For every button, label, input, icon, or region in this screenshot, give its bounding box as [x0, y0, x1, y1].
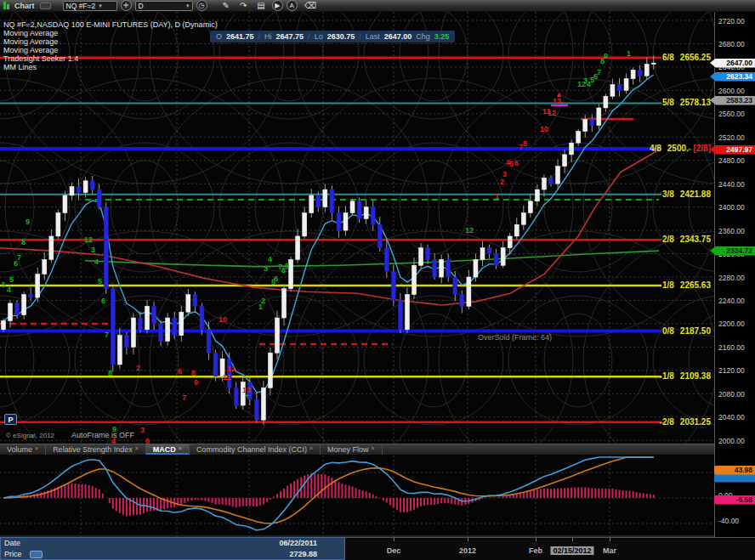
tooltip-date-label: Date [4, 538, 20, 549]
clock-icon[interactable]: ◷ [196, 0, 207, 11]
interval-input[interactable]: D ▾ [135, 1, 193, 11]
svg-text:10: 10 [219, 315, 227, 324]
mm-label-1/8: 1/82265.63 [609, 280, 711, 290]
legend-item: Moving Average [3, 46, 218, 54]
close-icon[interactable]: × [35, 445, 38, 451]
date-tick [536, 538, 536, 541]
tab-label: Commodity Channel Index (CCI) [196, 445, 307, 454]
interval-value: D [139, 2, 183, 10]
quote-bar: O 2641.75/ Hi 2647.75/ Lo 2630.75/ Last … [210, 31, 455, 42]
svg-text:12: 12 [84, 235, 93, 244]
study-legend: NQ #F=2,NASDAQ 100 E-MINI FUTURES (DAY),… [3, 20, 218, 71]
svg-text:1: 1 [495, 192, 499, 201]
tooltip-price-label: Price [4, 549, 22, 560]
price-axis[interactable]: 2720.002680.002640.002600.002560.002520.… [714, 12, 755, 560]
price-tick: 2080.00 [718, 390, 745, 399]
date-label: Feb [529, 546, 542, 555]
cursor-data-box: Date 06/22/2011 Price 2729.88 [0, 537, 345, 560]
window-title: Chart [14, 2, 35, 10]
close-icon[interactable]: × [179, 445, 182, 451]
tab-macd[interactable]: MACD× [146, 444, 190, 455]
autoframe-text: AutoFrame is OFF [71, 431, 134, 439]
symbol-value: NQ #F=2 [66, 2, 96, 10]
svg-text:3: 3 [140, 426, 145, 434]
price-tick: 2680.00 [718, 40, 745, 48]
chevron-down-icon[interactable]: ▾ [186, 3, 190, 9]
tab-label: Relative Strength Index [53, 445, 133, 454]
play-icon[interactable]: ▶ [272, 0, 283, 11]
tooltip-price-value: 2729.88 [289, 549, 317, 560]
p-marker-badge: P [4, 414, 17, 425]
price-tick: 2720.00 [718, 17, 745, 25]
svg-text:9: 9 [194, 378, 198, 387]
price-tick: 2120.00 [718, 366, 745, 375]
tab-label: Money Flow [327, 445, 369, 454]
svg-text:5: 5 [509, 160, 514, 168]
svg-text:3: 3 [1, 280, 5, 289]
tab-commodity-channel-index-cci-[interactable]: Commodity Channel Index (CCI)× [190, 444, 321, 455]
price-tick: 2200.00 [718, 320, 745, 328]
svg-text:2: 2 [136, 364, 140, 372]
svg-text:2: 2 [261, 297, 265, 305]
open-label: O [216, 32, 222, 41]
studies-icon[interactable]: ▤ [253, 0, 268, 11]
pencil-icon[interactable]: ✎ [219, 0, 233, 11]
last-value: 2647.00 [384, 32, 412, 41]
svg-text:6: 6 [145, 437, 150, 444]
oversold-text: OverSold (Frame: 64) [478, 333, 552, 342]
svg-text:3: 3 [91, 246, 95, 254]
svg-text:9: 9 [26, 218, 30, 226]
svg-text:2: 2 [500, 178, 504, 186]
close-icon[interactable]: × [135, 445, 139, 451]
macd-canvas[interactable] [0, 455, 714, 537]
close-icon[interactable]: × [309, 445, 313, 451]
tab-volume[interactable]: Volume× [0, 444, 46, 455]
close-icon[interactable]: × [372, 445, 375, 451]
price-chart-canvas[interactable]: 9876543123456789+12345678912123456789123… [0, 12, 714, 444]
chart-icon [3, 2, 9, 9]
eraser-icon[interactable]: ⌫ [301, 0, 320, 11]
indicator-tabbar: Volume×Relative Strength Index×MACD×Comm… [0, 444, 714, 455]
open-value: 2641.75 [226, 32, 254, 41]
legend-title: NQ #F=2,NASDAQ 100 E-MINI FUTURES (DAY),… [3, 20, 218, 29]
window-mode-badge[interactable] [40, 3, 51, 9]
price-tag: -5.58 [710, 495, 755, 505]
low-label: Lo [315, 32, 323, 41]
svg-text:9: 9 [285, 262, 289, 270]
price-tag: 2623.34 [710, 72, 755, 82]
gear-icon[interactable]: ✛ [121, 0, 132, 11]
svg-text:8: 8 [108, 369, 112, 377]
legend-item: MM Lines [3, 63, 218, 71]
svg-text:8: 8 [191, 369, 196, 377]
svg-text:12: 12 [465, 226, 474, 235]
date-tick [394, 538, 395, 541]
symbol-input[interactable]: NQ #F=2 ▾ [63, 1, 117, 11]
retracement-icon[interactable]: ↷ [236, 0, 250, 11]
date-label: Mar [603, 546, 616, 555]
svg-text:8: 8 [523, 139, 527, 148]
svg-text:9: 9 [604, 52, 608, 60]
svg-text:7: 7 [597, 68, 601, 76]
svg-text:8: 8 [21, 238, 26, 246]
date-label-highlighted: 02/15/2012 [550, 546, 593, 555]
low-value: 2630.75 [327, 32, 355, 41]
tab-relative-strength-index[interactable]: Relative Strength Index× [46, 444, 146, 455]
date-label: Dec [387, 546, 401, 555]
price-tick: 2400.00 [718, 203, 745, 212]
mm-label-6/8: 6/82656.25 [609, 53, 711, 62]
price-tick: 2360.00 [718, 227, 745, 235]
tab-label: MACD [153, 445, 176, 454]
tab-money-flow[interactable]: Money Flow× [321, 444, 383, 455]
svg-text:6: 6 [14, 259, 18, 268]
price-tag: 2583.23 [710, 96, 755, 105]
price-tick: 2240.00 [718, 297, 745, 305]
last-label: Last [366, 32, 380, 41]
auto-icon[interactable]: A [287, 0, 298, 11]
svg-text:13: 13 [242, 386, 251, 394]
price-tag: 2324.72 [710, 246, 755, 256]
svg-text:12: 12 [227, 365, 236, 373]
tooltip-date-value: 06/22/2011 [279, 538, 317, 549]
price-source-chip [30, 551, 43, 558]
price-tick: 2520.00 [718, 133, 745, 142]
chevron-down-icon[interactable]: ▾ [99, 3, 102, 9]
